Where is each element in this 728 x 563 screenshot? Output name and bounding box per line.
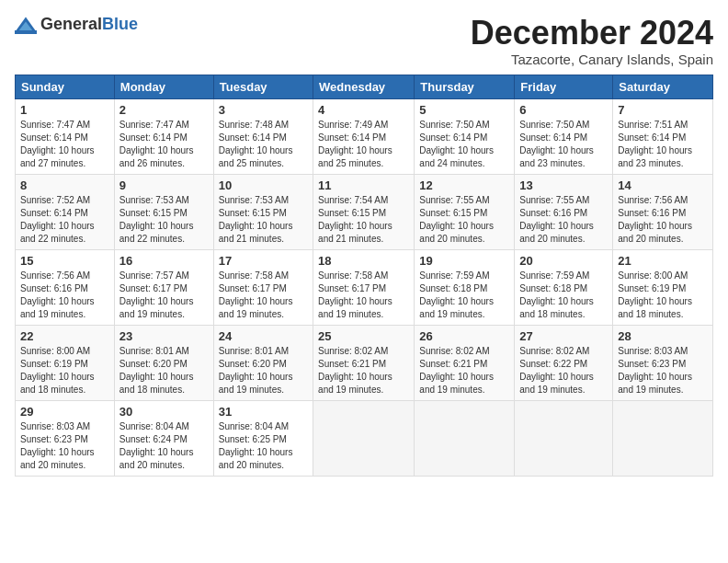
logo-icon <box>15 16 37 34</box>
table-row: 21 Sunrise: 8:00 AMSunset: 6:19 PMDaylig… <box>613 249 713 325</box>
day-info: Sunrise: 7:59 AMSunset: 6:18 PMDaylight:… <box>519 270 594 319</box>
page-container: GeneralBlue December 2024 Tazacorte, Can… <box>0 0 728 484</box>
day-info: Sunrise: 8:03 AMSunset: 6:23 PMDaylight:… <box>618 346 692 395</box>
day-number: 3 <box>219 103 308 117</box>
day-number: 26 <box>419 329 509 343</box>
day-info: Sunrise: 7:50 AMSunset: 6:14 PMDaylight:… <box>519 120 594 168</box>
day-info: Sunrise: 7:56 AMSunset: 6:16 PMDaylight:… <box>20 270 95 319</box>
table-row: 14 Sunrise: 7:56 AMSunset: 6:16 PMDaylig… <box>613 174 713 249</box>
day-number: 29 <box>20 405 109 419</box>
table-row: 25 Sunrise: 8:02 AMSunset: 6:21 PMDaylig… <box>313 325 415 400</box>
calendar-week-row: 29 Sunrise: 8:03 AMSunset: 6:23 PMDaylig… <box>16 400 713 476</box>
day-number: 10 <box>219 178 308 192</box>
day-number: 30 <box>119 405 209 419</box>
table-row: 3 Sunrise: 7:48 AMSunset: 6:14 PMDayligh… <box>213 98 313 174</box>
day-info: Sunrise: 7:54 AMSunset: 6:15 PMDaylight:… <box>318 195 392 244</box>
table-row: 4 Sunrise: 7:49 AMSunset: 6:14 PMDayligh… <box>313 98 415 174</box>
table-row: 13 Sunrise: 7:55 AMSunset: 6:16 PMDaylig… <box>515 174 613 249</box>
day-info: Sunrise: 7:56 AMSunset: 6:16 PMDaylight:… <box>618 195 692 244</box>
table-row: 1 Sunrise: 7:47 AMSunset: 6:14 PMDayligh… <box>16 98 115 174</box>
table-row <box>415 400 515 476</box>
table-row: 20 Sunrise: 7:59 AMSunset: 6:18 PMDaylig… <box>515 249 613 325</box>
table-row: 6 Sunrise: 7:50 AMSunset: 6:14 PMDayligh… <box>515 98 613 174</box>
day-number: 4 <box>318 103 409 117</box>
day-number: 19 <box>419 254 509 268</box>
day-info: Sunrise: 8:00 AMSunset: 6:19 PMDaylight:… <box>20 346 95 395</box>
table-row: 23 Sunrise: 8:01 AMSunset: 6:20 PMDaylig… <box>114 325 213 400</box>
day-number: 5 <box>419 103 509 117</box>
table-row: 16 Sunrise: 7:57 AMSunset: 6:17 PMDaylig… <box>114 249 213 325</box>
day-info: Sunrise: 7:49 AMSunset: 6:14 PMDaylight:… <box>318 120 392 168</box>
table-row <box>613 400 713 476</box>
day-number: 1 <box>20 103 109 117</box>
day-info: Sunrise: 8:01 AMSunset: 6:20 PMDaylight:… <box>219 346 293 395</box>
col-saturday: Saturday <box>613 75 713 98</box>
day-number: 13 <box>519 178 608 192</box>
day-info: Sunrise: 7:47 AMSunset: 6:14 PMDaylight:… <box>20 120 95 168</box>
table-row: 8 Sunrise: 7:52 AMSunset: 6:14 PMDayligh… <box>16 174 115 249</box>
day-number: 18 <box>318 254 409 268</box>
day-number: 22 <box>20 329 109 343</box>
day-info: Sunrise: 8:00 AMSunset: 6:19 PMDaylight:… <box>618 270 692 319</box>
table-row: 5 Sunrise: 7:50 AMSunset: 6:14 PMDayligh… <box>415 98 515 174</box>
day-number: 8 <box>20 178 109 192</box>
calendar-week-row: 1 Sunrise: 7:47 AMSunset: 6:14 PMDayligh… <box>16 98 713 174</box>
day-info: Sunrise: 8:01 AMSunset: 6:20 PMDaylight:… <box>119 346 194 395</box>
day-number: 12 <box>419 178 509 192</box>
subtitle: Tazacorte, Canary Islands, Spain <box>471 52 713 67</box>
table-row: 28 Sunrise: 8:03 AMSunset: 6:23 PMDaylig… <box>613 325 713 400</box>
col-sunday: Sunday <box>16 75 115 98</box>
logo: GeneralBlue <box>15 15 138 34</box>
day-info: Sunrise: 8:03 AMSunset: 6:23 PMDaylight:… <box>20 421 95 470</box>
col-tuesday: Tuesday <box>213 75 313 98</box>
table-row: 10 Sunrise: 7:53 AMSunset: 6:15 PMDaylig… <box>213 174 313 249</box>
table-row: 26 Sunrise: 8:02 AMSunset: 6:21 PMDaylig… <box>415 325 515 400</box>
col-thursday: Thursday <box>415 75 515 98</box>
day-number: 11 <box>318 178 409 192</box>
day-info: Sunrise: 7:48 AMSunset: 6:14 PMDaylight:… <box>219 120 293 168</box>
table-row <box>313 400 415 476</box>
day-info: Sunrise: 7:58 AMSunset: 6:17 PMDaylight:… <box>219 270 293 319</box>
table-row: 29 Sunrise: 8:03 AMSunset: 6:23 PMDaylig… <box>16 400 115 476</box>
day-info: Sunrise: 7:57 AMSunset: 6:17 PMDaylight:… <box>119 270 194 319</box>
calendar-week-row: 15 Sunrise: 7:56 AMSunset: 6:16 PMDaylig… <box>16 249 713 325</box>
calendar-week-row: 8 Sunrise: 7:52 AMSunset: 6:14 PMDayligh… <box>16 174 713 249</box>
day-info: Sunrise: 8:02 AMSunset: 6:21 PMDaylight:… <box>318 346 392 395</box>
calendar-header-row: Sunday Monday Tuesday Wednesday Thursday… <box>16 75 713 98</box>
day-info: Sunrise: 8:02 AMSunset: 6:21 PMDaylight:… <box>419 346 494 395</box>
day-number: 2 <box>119 103 209 117</box>
day-number: 28 <box>618 329 708 343</box>
col-monday: Monday <box>114 75 213 98</box>
month-title: December 2024 <box>471 15 713 52</box>
day-info: Sunrise: 7:58 AMSunset: 6:17 PMDaylight:… <box>318 270 392 319</box>
table-row: 22 Sunrise: 8:00 AMSunset: 6:19 PMDaylig… <box>16 325 115 400</box>
calendar-table: Sunday Monday Tuesday Wednesday Thursday… <box>15 75 713 477</box>
day-number: 7 <box>618 103 708 117</box>
logo-blue: Blue <box>102 15 138 33</box>
day-number: 27 <box>519 329 608 343</box>
logo-general: General <box>40 15 102 33</box>
day-info: Sunrise: 7:53 AMSunset: 6:15 PMDaylight:… <box>119 195 194 244</box>
day-info: Sunrise: 8:04 AMSunset: 6:25 PMDaylight:… <box>219 421 293 470</box>
table-row <box>515 400 613 476</box>
col-wednesday: Wednesday <box>313 75 415 98</box>
day-info: Sunrise: 7:47 AMSunset: 6:14 PMDaylight:… <box>119 120 194 168</box>
day-number: 21 <box>618 254 708 268</box>
col-friday: Friday <box>515 75 613 98</box>
logo-text: GeneralBlue <box>40 15 138 34</box>
day-number: 23 <box>119 329 209 343</box>
table-row: 31 Sunrise: 8:04 AMSunset: 6:25 PMDaylig… <box>213 400 313 476</box>
day-number: 9 <box>119 178 209 192</box>
table-row: 2 Sunrise: 7:47 AMSunset: 6:14 PMDayligh… <box>114 98 213 174</box>
day-number: 31 <box>219 405 308 419</box>
day-number: 15 <box>20 254 109 268</box>
day-number: 25 <box>318 329 409 343</box>
title-section: December 2024 Tazacorte, Canary Islands,… <box>471 15 713 67</box>
table-row: 11 Sunrise: 7:54 AMSunset: 6:15 PMDaylig… <box>313 174 415 249</box>
header: GeneralBlue December 2024 Tazacorte, Can… <box>15 15 713 67</box>
table-row: 17 Sunrise: 7:58 AMSunset: 6:17 PMDaylig… <box>213 249 313 325</box>
table-row: 7 Sunrise: 7:51 AMSunset: 6:14 PMDayligh… <box>613 98 713 174</box>
day-number: 14 <box>618 178 708 192</box>
day-info: Sunrise: 7:52 AMSunset: 6:14 PMDaylight:… <box>20 195 95 244</box>
svg-rect-2 <box>15 30 37 34</box>
